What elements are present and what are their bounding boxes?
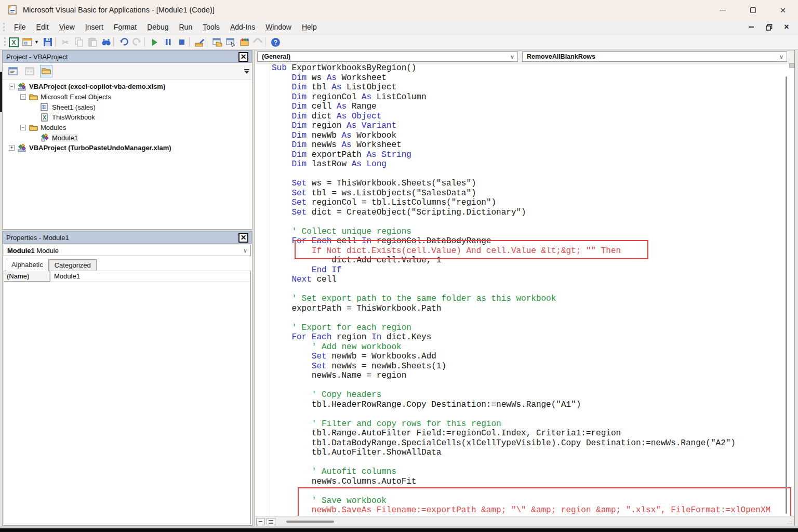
document-minimize-button[interactable] xyxy=(747,23,755,31)
run-icon[interactable] xyxy=(149,36,161,48)
help-icon[interactable]: ? xyxy=(269,36,282,48)
document-restore-button[interactable] xyxy=(765,23,773,31)
object-browser-icon[interactable] xyxy=(238,36,250,48)
view-microsoft-excel-icon[interactable]: X xyxy=(7,36,20,48)
property-name-cell[interactable]: (Name) xyxy=(4,271,50,281)
code-line: tbl.AutoFilter.ShowAllData xyxy=(255,448,791,458)
object-dropdown[interactable]: (General)∨ xyxy=(257,51,518,62)
window-close-button[interactable]: × xyxy=(768,0,798,20)
properties-panel-header[interactable]: Properties - Module1 ✕ xyxy=(3,231,252,244)
tree-item-modules[interactable]: −Modules xyxy=(3,123,252,133)
project-explorer-icon[interactable] xyxy=(211,36,223,48)
collapse-icon[interactable]: − xyxy=(9,84,15,89)
project-panel-header[interactable]: Project - VBAProject ✕ xyxy=(3,50,252,63)
code-line: Dim newWs As Worksheet xyxy=(255,140,791,150)
properties-object-dropdown[interactable]: Module1 Module ∨ xyxy=(4,245,251,256)
project-panel-close-button[interactable]: ✕ xyxy=(238,52,248,62)
tab-categorized[interactable]: Categorized xyxy=(49,259,97,271)
toolbar-separator xyxy=(189,37,190,47)
menu-item-view[interactable]: View xyxy=(54,21,80,33)
menu-item-debug[interactable]: Debug xyxy=(142,21,174,33)
code-line xyxy=(255,217,791,227)
menu-item-window[interactable]: Window xyxy=(260,21,297,33)
cut-icon[interactable]: ✂ xyxy=(59,36,72,48)
toolbar-separator xyxy=(113,37,114,47)
vertical-scrollbar[interactable] xyxy=(786,76,787,514)
menu-item-insert[interactable]: Insert xyxy=(80,21,109,33)
toggle-folders-icon[interactable] xyxy=(40,65,52,77)
view-code-icon[interactable] xyxy=(7,65,19,77)
tree-item-microsoft-excel-objects[interactable]: −Microsoft Excel Objects xyxy=(3,92,252,102)
menu-item-tools[interactable]: Tools xyxy=(197,21,225,33)
code-line xyxy=(255,409,791,419)
code-editor[interactable]: Sub ExportWorkbooksByRegion() Dim ws As … xyxy=(255,63,791,514)
view-object-icon[interactable] xyxy=(23,65,36,77)
tree-item-vbaproject-excel-copilot-vba-demo-xlsm[interactable]: −VBAProject (excel-copilot-vba-demo.xlsm… xyxy=(3,82,252,92)
code-line: tbl.Range.AutoFilter Field:=regionCol.In… xyxy=(255,429,791,438)
toolbox-icon[interactable] xyxy=(251,36,264,48)
menu-bar: FileEditViewInsertFormatDebugRunToolsAdd… xyxy=(0,20,798,34)
code-line xyxy=(255,285,791,295)
collapse-icon[interactable]: − xyxy=(20,94,26,100)
menu-item-addins[interactable]: Add-Ins xyxy=(225,21,260,33)
project-scroll-down-button[interactable] xyxy=(243,65,251,77)
redo-icon[interactable] xyxy=(131,36,143,48)
code-line: ' Add new workbook xyxy=(255,342,791,352)
procedure-view-button[interactable] xyxy=(256,518,265,525)
menu-item-help[interactable]: Help xyxy=(297,21,322,33)
menu-item-format[interactable]: Format xyxy=(109,21,142,33)
properties-window-icon[interactable] xyxy=(224,36,237,48)
full-module-view-button[interactable] xyxy=(267,518,275,525)
tree-item-vbaproject-turbopasteundomanager-xlam[interactable]: +VBAProject (TurboPasteUndoManager.xlam) xyxy=(3,143,252,153)
procedure-dropdown[interactable]: RemoveAllBlankRows∨ xyxy=(522,51,787,62)
copy-icon[interactable] xyxy=(73,36,85,48)
properties-panel: Properties - Module1 ✕ Module1 Module ∨ … xyxy=(2,231,252,526)
menu-item-file[interactable]: File xyxy=(9,21,31,33)
window-minimize-button[interactable] xyxy=(708,0,738,20)
folder-icon xyxy=(29,93,38,101)
horizontal-scrollbar[interactable] xyxy=(286,521,334,523)
code-line: newWs.Columns.AutoFit xyxy=(255,477,791,487)
tree-item-label: Modules xyxy=(41,124,66,131)
svg-text:X: X xyxy=(11,39,16,46)
insert-userform-icon[interactable] xyxy=(21,36,33,48)
window-maximize-button[interactable] xyxy=(738,0,768,20)
toolbar-grip[interactable] xyxy=(4,37,6,46)
toolbar-separator xyxy=(55,37,56,47)
insert-object-dropdown-arrow-icon[interactable]: ▼ xyxy=(34,39,39,45)
menu-item-edit[interactable]: Edit xyxy=(31,21,54,33)
code-line: Set regionCol = tbl.ListColumns("region"… xyxy=(255,198,791,208)
document-close-button[interactable]: × xyxy=(782,23,791,31)
break-icon[interactable] xyxy=(162,36,175,48)
code-line: Set ws = ThisWorkbook.Sheets("sales") xyxy=(255,179,791,189)
save-icon[interactable] xyxy=(42,36,54,48)
tab-alphabetic[interactable]: Alphabetic xyxy=(6,259,49,271)
code-line: Set dict = CreateObject("Scripting.Dicti… xyxy=(255,208,791,218)
menubar-grip[interactable] xyxy=(3,23,5,31)
tree-item-label: ThisWorkbook xyxy=(52,113,95,121)
property-value-cell[interactable]: Module1 xyxy=(50,271,84,281)
menu-item-run[interactable]: Run xyxy=(174,21,197,33)
code-line: End If xyxy=(255,265,791,275)
workbook-icon: X xyxy=(41,113,49,122)
tree-item-sheet1-sales[interactable]: Sheet1 (sales) xyxy=(3,102,252,112)
vba-app-icon xyxy=(7,5,18,15)
svg-text:X: X xyxy=(43,115,46,121)
design-mode-icon[interactable] xyxy=(193,36,206,48)
code-line: ' Filter and copy rows for this region xyxy=(255,419,791,429)
undo-icon[interactable] xyxy=(117,36,130,48)
property-row[interactable]: (Name) Module1 xyxy=(4,271,250,282)
code-dropdown-row: (General)∨ RemoveAllBlankRows∨ xyxy=(255,50,794,63)
tree-item-thisworkbook[interactable]: XThisWorkbook xyxy=(3,112,252,123)
resize-grip-icon[interactable]: .:: xyxy=(787,520,793,525)
reset-icon[interactable] xyxy=(176,36,188,48)
tree-item-module1[interactable]: Module1 xyxy=(3,132,252,143)
standard-toolbar: X▼✂? Ln 52, Col 8 xyxy=(0,34,798,50)
paste-icon[interactable] xyxy=(86,36,99,48)
properties-panel-close-button[interactable]: ✕ xyxy=(238,233,248,243)
expand-icon[interactable]: + xyxy=(9,145,15,151)
module-icon xyxy=(41,134,49,142)
find-icon[interactable] xyxy=(100,36,112,48)
code-line: Dim regionCol As ListColumn xyxy=(255,92,791,102)
collapse-icon[interactable]: − xyxy=(20,125,26,130)
